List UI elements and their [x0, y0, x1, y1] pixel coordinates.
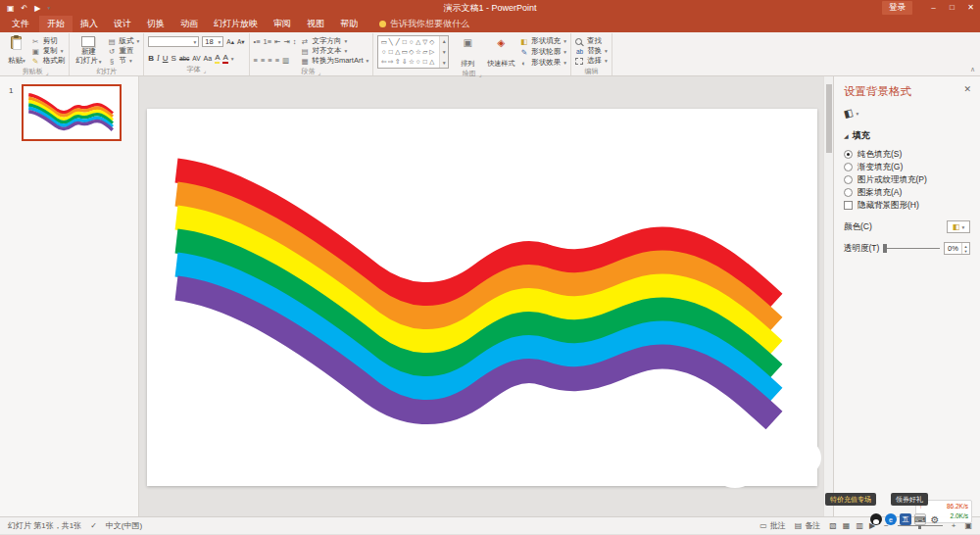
solid-fill-option[interactable]: 纯色填充(S)	[844, 148, 970, 161]
highlight-color-button[interactable]: A	[215, 53, 220, 64]
align-center-button[interactable]: ≡	[261, 56, 265, 65]
section-button[interactable]: §节▾	[108, 56, 140, 66]
view-sorter-icon[interactable]: ▦	[843, 521, 851, 530]
slide-canvas[interactable]	[147, 109, 817, 486]
slide-indicator[interactable]: 幻灯片 第1张，共1张	[8, 520, 81, 531]
tab-slideshow[interactable]: 幻灯片放映	[206, 16, 266, 32]
line-spacing-button[interactable]: ↕	[293, 37, 297, 46]
shape-icon[interactable]: □	[387, 47, 394, 57]
shape-icon[interactable]: ╱	[394, 37, 401, 47]
shape-icon[interactable]: △	[428, 57, 435, 67]
shape-icon[interactable]: △	[415, 37, 421, 47]
pattern-fill-option[interactable]: 图案填充(A)	[844, 186, 970, 199]
maximize-button[interactable]: □	[943, 0, 961, 16]
shape-icon[interactable]: ▱	[421, 47, 428, 57]
shape-icon[interactable]: ⇨	[387, 57, 394, 67]
convert-smartart-button[interactable]: ▦转换为SmartArt▾	[300, 56, 368, 66]
shape-icon[interactable]: ☆	[408, 57, 415, 67]
text-direction-button[interactable]: ⇄文字方向▾	[300, 36, 368, 46]
decrease-indent-button[interactable]: ⇤	[274, 37, 280, 46]
underline-button[interactable]: U	[163, 54, 169, 63]
font-size-combo[interactable]: 18▾	[202, 36, 223, 47]
cloud-callout-shape[interactable]	[727, 429, 821, 486]
close-button[interactable]: ✕	[961, 0, 980, 16]
collapse-ribbon-icon[interactable]: ∧	[970, 66, 975, 73]
shape-icon[interactable]: □	[401, 37, 408, 47]
qq-icon[interactable]	[870, 513, 882, 525]
hide-background-option[interactable]: 隐藏背景图形(H)	[844, 199, 970, 212]
transparency-value-spinner[interactable]: 0% ▲▼	[944, 242, 970, 255]
quick-styles-button[interactable]: ◈ 快速样式	[486, 35, 515, 69]
shape-outline-button[interactable]: ✎形状轮廓▾	[519, 47, 566, 57]
comments-button[interactable]: ▭批注	[760, 520, 786, 531]
shape-icon[interactable]: ⇩	[401, 57, 408, 67]
strikethrough-button[interactable]: abc	[179, 55, 189, 62]
overlay-ad-badge[interactable]: 领券好礼	[891, 493, 928, 506]
color-dropdown-button[interactable]: ◧ ▾	[947, 220, 970, 233]
tab-view[interactable]: 视图	[299, 16, 332, 32]
align-left-button[interactable]: ≡	[254, 56, 258, 65]
scroll-down-icon[interactable]: ▼	[442, 49, 447, 55]
undo-icon[interactable]: ↶	[22, 4, 28, 13]
view-normal-icon[interactable]: ▧	[829, 521, 837, 530]
text-shadow-button[interactable]: S	[172, 54, 176, 63]
tab-home[interactable]: 开始	[39, 16, 73, 32]
layout-button[interactable]: ▤版式▾	[108, 36, 140, 46]
language-indicator[interactable]: 中文(中国)	[106, 520, 142, 531]
font-name-combo[interactable]: ▾	[148, 36, 199, 47]
picture-fill-option[interactable]: 图片或纹理填充(P)	[844, 173, 970, 186]
copy-button[interactable]: ▣复制▾	[31, 46, 66, 56]
tab-review[interactable]: 审阅	[266, 16, 299, 32]
font-color-button[interactable]: A	[222, 53, 227, 64]
select-button[interactable]: 选择▾	[575, 56, 608, 66]
start-slideshow-icon[interactable]: ▶	[34, 4, 40, 13]
slider-thumb[interactable]	[883, 244, 887, 253]
paste-button[interactable]: 粘贴▾	[6, 35, 27, 67]
tab-design[interactable]: 设计	[106, 16, 139, 32]
gradient-fill-option[interactable]: 渐变填充(G)	[844, 161, 970, 173]
shape-icon[interactable]: ⇦	[380, 57, 387, 67]
shape-icon[interactable]: □	[421, 57, 428, 67]
shape-icon[interactable]: ☆	[415, 47, 421, 57]
settings-gear-icon[interactable]: ⚙	[929, 513, 941, 525]
reset-button[interactable]: ↺重置	[108, 46, 140, 56]
tab-transitions[interactable]: 切换	[139, 16, 172, 32]
shape-icon[interactable]: ○	[415, 57, 421, 67]
tab-help[interactable]: 帮助	[332, 16, 366, 32]
shape-icon[interactable]: ▷	[428, 47, 435, 57]
bullets-button[interactable]: •≡	[254, 37, 261, 46]
shape-effects-button[interactable]: ◐形状效果▾	[519, 58, 566, 68]
replace-button[interactable]: ab替换▾	[575, 46, 608, 56]
transparency-slider[interactable]	[883, 244, 940, 253]
scroll-up-icon[interactable]: ▲	[442, 38, 447, 44]
shape-icon[interactable]: ⇧	[394, 57, 401, 67]
align-text-button[interactable]: ▤对齐文本▾	[300, 46, 368, 56]
cut-button[interactable]: ✂剪切	[31, 36, 66, 46]
bold-button[interactable]: B	[148, 54, 154, 63]
slide-thumbnail-selected[interactable]	[22, 84, 122, 141]
justify-button[interactable]: ≡	[275, 56, 279, 65]
shape-icon[interactable]: ▭	[401, 47, 408, 57]
shape-icon[interactable]: ◇	[408, 47, 415, 57]
shape-icon[interactable]: △	[394, 47, 401, 57]
save-icon[interactable]: ▣	[7, 4, 15, 13]
shape-fill-button[interactable]: ◧形状填充▾	[519, 36, 566, 46]
customize-qat-icon[interactable]: ▾	[47, 5, 50, 11]
character-spacing-button[interactable]: AV	[192, 55, 200, 62]
dialog-launcher-icon[interactable]: ⌟	[46, 69, 49, 75]
close-pane-icon[interactable]: ✕	[963, 84, 971, 94]
tab-file[interactable]: 文件	[2, 16, 39, 32]
spinner-arrows[interactable]: ▲▼	[961, 243, 969, 254]
shape-icon[interactable]: ○	[380, 47, 387, 57]
tell-me-box[interactable]: 告诉我你想要做什么	[379, 16, 469, 32]
shape-icon[interactable]: ╲	[387, 37, 394, 47]
overlay-ad-badge[interactable]: 特价充值专场	[825, 493, 876, 506]
shape-icon[interactable]: ▭	[380, 37, 387, 47]
view-reading-icon[interactable]: ▥	[856, 521, 863, 530]
change-case-button[interactable]: Aa	[204, 55, 213, 62]
tab-insert[interactable]: 插入	[73, 16, 106, 32]
dialog-launcher-icon[interactable]: ⌟	[204, 67, 207, 73]
arrange-button[interactable]: ▣ 排列	[453, 35, 482, 69]
keyboard-icon[interactable]: ⌨	[914, 513, 926, 525]
ime-wubi-icon[interactable]: 五	[900, 513, 911, 525]
